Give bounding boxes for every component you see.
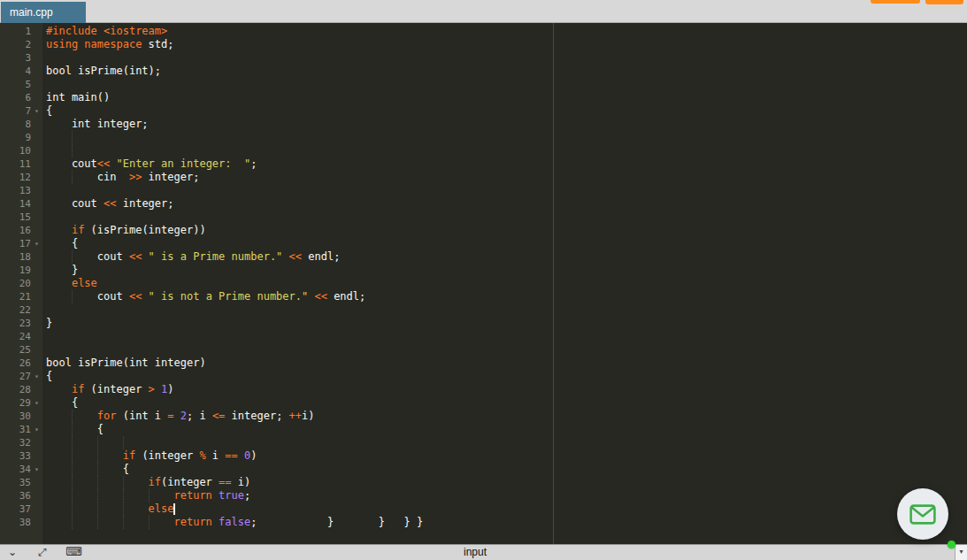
indent-guide [149, 516, 150, 529]
code-line: if (integer > 1) [46, 383, 967, 396]
indent-guide [149, 489, 150, 502]
code-line: return false; } } } } [46, 516, 967, 529]
fold-caret-icon[interactable]: ▾ [31, 396, 42, 410]
code-line [46, 330, 967, 343]
indent-guide [123, 502, 124, 516]
code-line [46, 78, 967, 91]
gutter-line[interactable]: 7▾ [0, 104, 42, 118]
fold-caret-icon[interactable]: ▾ [31, 423, 42, 436]
gutter-line: 26 [0, 357, 42, 370]
gutter-line: 2 [0, 38, 42, 51]
indent-guide [97, 516, 98, 529]
gutter-line[interactable]: 17▾ [0, 237, 42, 250]
gutter-line: 12 [0, 171, 42, 184]
gutter-line[interactable]: 29▾ [0, 396, 42, 410]
indent-guide [72, 489, 73, 502]
code-line: { [46, 104, 967, 118]
code-line: int integer; [46, 118, 967, 131]
gutter-line: 9 [0, 131, 42, 144]
code-line [46, 51, 967, 65]
indent-guide [72, 144, 73, 157]
fold-caret-icon[interactable]: ▾ [31, 463, 42, 476]
gutter-line: 35 [0, 476, 42, 489]
gutter-line: 13 [0, 184, 42, 197]
gutter-line: 8 [0, 118, 42, 131]
print-margin [553, 23, 554, 544]
tab-bar: main.cpp [0, 0, 967, 23]
gutter-line: 37 [0, 502, 42, 516]
indent-guide [72, 516, 73, 529]
gutter-line[interactable]: 27▾ [0, 370, 42, 383]
code-line [46, 343, 967, 357]
code-line: int main() [46, 91, 967, 104]
input-panel-label[interactable]: input [464, 545, 487, 560]
input-panel-bar: ⌄ ⤢ ⌨ input ▾ [0, 544, 967, 560]
gutter-line: 30 [0, 410, 42, 423]
code-line: { [46, 370, 967, 383]
code-line: else [46, 277, 967, 290]
scroll-down-arrow[interactable]: ▾ [955, 545, 967, 560]
tab-main-cpp[interactable]: main.cpp [1, 2, 86, 23]
code-editor[interactable]: 1234567▾891011121314151617▾1819202122232… [0, 23, 967, 544]
gutter-line: 1 [0, 25, 42, 38]
code-line: bool isPrime(int); [46, 65, 967, 78]
indent-guide [97, 489, 98, 502]
code-line: if (integer % i == 0) [46, 449, 967, 463]
code-line: cout << " is not a Prime number." << end… [46, 290, 967, 303]
indent-guide [72, 171, 73, 184]
gutter-line: 11 [0, 157, 42, 171]
fold-caret-icon[interactable]: ▾ [31, 104, 42, 118]
gutter-line: 33 [0, 449, 42, 463]
indent-guide [97, 436, 98, 449]
indent-guide [123, 476, 124, 489]
indent-guide [123, 516, 124, 529]
gutter-line: 20 [0, 277, 42, 290]
gutter-line[interactable]: 34▾ [0, 463, 42, 476]
indent-guide [97, 502, 98, 516]
indent-guide [72, 449, 73, 463]
indent-guide [97, 449, 98, 463]
gutter-line: 10 [0, 144, 42, 157]
code-line: using namespace std; [46, 38, 967, 51]
code-line: bool isPrime(int integer) [46, 357, 967, 370]
topbar-button-fragment-1[interactable] [871, 0, 920, 4]
indent-guide [72, 502, 73, 516]
indent-guide [72, 250, 73, 264]
gutter-line: 19 [0, 264, 42, 277]
code-line [46, 184, 967, 197]
expand-icon[interactable]: ⤢ [38, 545, 47, 560]
gutter-line[interactable]: 31▾ [0, 423, 42, 436]
keyboard-icon[interactable]: ⌨ [65, 545, 82, 560]
gutter-line: 18 [0, 250, 42, 264]
gutter-line: 25 [0, 343, 42, 357]
code-line: cin >> integer; [46, 171, 967, 184]
gutter-line: 38 [0, 516, 42, 529]
gutter-line: 36 [0, 489, 42, 502]
gutter-line: 3 [0, 51, 42, 65]
code-line: cout<< "Enter an integer: "; [46, 157, 967, 171]
code-line [46, 211, 967, 224]
fold-caret-icon[interactable]: ▾ [31, 370, 42, 383]
gutter-line: 32 [0, 436, 42, 449]
code-line: if(integer == i) [46, 476, 967, 489]
gutter-line: 24 [0, 330, 42, 343]
indent-guide [123, 489, 124, 502]
indent-guide [72, 463, 73, 476]
gutter-line: 22 [0, 303, 42, 317]
gutter-line: 15 [0, 211, 42, 224]
indent-guide [72, 290, 73, 303]
code-line: #include <iostream> [46, 25, 967, 38]
code-line: cout << " is a Prime number." << endl; [46, 250, 967, 264]
green-status-dot [948, 541, 955, 548]
code-line: } [46, 264, 967, 277]
text-cursor [173, 503, 175, 515]
ide-window: main.cpp 1234567▾891011121314151617▾1819… [0, 0, 967, 560]
topbar-button-fragment-2[interactable] [925, 0, 963, 4]
code-line: { [46, 237, 967, 250]
chat-widget-button[interactable] [897, 488, 948, 540]
chevron-down-icon[interactable]: ⌄ [8, 545, 17, 560]
fold-caret-icon[interactable]: ▾ [31, 237, 42, 250]
gutter-line: 21 [0, 290, 42, 303]
code-line [46, 131, 967, 144]
gutter-line: 5 [0, 78, 42, 91]
